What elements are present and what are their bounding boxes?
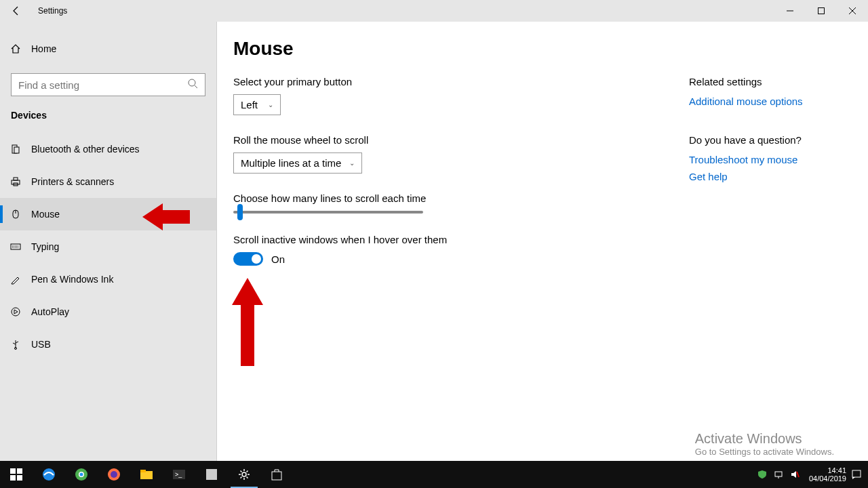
main-content: Mouse Select your primary button Left ⌄ …: [217, 22, 868, 461]
tray-network-icon[interactable]: [772, 468, 785, 481]
activation-watermark: Activate Windows Go to Settings to activ…: [695, 431, 834, 457]
sidebar-item-printers[interactable]: Printers & scanners: [0, 165, 216, 198]
sidebar-item-label: Printers & scanners: [31, 176, 114, 187]
taskbar-store[interactable]: [260, 461, 293, 488]
sidebar-item-usb[interactable]: USB: [0, 328, 216, 361]
taskbar-settings[interactable]: [228, 461, 260, 488]
chevron-down-icon: ⌄: [268, 101, 273, 108]
lines-label: Choose how many lines to scroll each tim…: [233, 192, 447, 204]
taskbar-terminal[interactable]: >_: [163, 461, 195, 488]
sidebar-item-typing[interactable]: Typing: [0, 230, 216, 263]
tray-date: 04/04/2019: [809, 474, 846, 483]
dropdown-value: Left: [241, 99, 258, 110]
search-input[interactable]: [18, 79, 187, 91]
sidebar-item-label: Typing: [31, 241, 59, 252]
mouse-icon: [9, 208, 22, 220]
sidebar-item-label: AutoPlay: [31, 306, 69, 317]
annotation-arrow-left: [142, 200, 190, 234]
sidebar-home[interactable]: Home: [0, 33, 216, 65]
sidebar-item-pen[interactable]: Pen & Windows Ink: [0, 263, 216, 296]
svg-text:>_: >_: [175, 471, 182, 478]
svg-rect-41: [852, 470, 861, 477]
svg-point-16: [12, 308, 20, 316]
question-heading: Do you have a question?: [689, 134, 835, 146]
pen-icon: [9, 273, 22, 285]
svg-rect-7: [14, 147, 19, 153]
page-title: Mouse: [233, 38, 852, 60]
primary-button-dropdown[interactable]: Left ⌄: [233, 94, 281, 115]
home-icon: [9, 43, 22, 55]
start-button[interactable]: [0, 461, 33, 488]
sidebar-category: Devices: [0, 110, 216, 121]
slider-thumb[interactable]: [237, 204, 243, 220]
taskbar-explorer[interactable]: [130, 461, 163, 488]
svg-line-5: [195, 85, 197, 88]
tray-clock[interactable]: 14:41 04/04/2019: [809, 466, 846, 483]
related-heading: Related settings: [689, 76, 835, 87]
svg-rect-32: [140, 470, 146, 472]
toggle-state: On: [271, 253, 285, 265]
svg-line-40: [797, 472, 799, 477]
svg-point-28: [80, 473, 83, 476]
taskbar-firefox[interactable]: [98, 461, 130, 488]
sidebar-item-label: Mouse: [31, 209, 60, 220]
svg-point-30: [111, 471, 117, 478]
scroll-lines-slider[interactable]: [233, 211, 423, 214]
chevron-down-icon: ⌄: [349, 159, 355, 167]
taskbar-chrome[interactable]: [65, 461, 98, 488]
minimize-button[interactable]: [774, 0, 806, 22]
taskbar-edge[interactable]: [33, 461, 65, 488]
watermark-title: Activate Windows: [695, 431, 834, 447]
sidebar-item-label: USB: [31, 339, 51, 350]
troubleshoot-link[interactable]: Troubleshoot my mouse: [689, 154, 835, 165]
sidebar-item-label: Pen & Windows Ink: [31, 274, 113, 285]
svg-point-36: [242, 472, 246, 476]
svg-marker-19: [142, 203, 190, 230]
sidebar-item-bluetooth[interactable]: Bluetooth & other devices: [0, 133, 216, 165]
back-button[interactable]: [0, 0, 33, 22]
sidebar-home-label: Home: [31, 43, 56, 54]
system-tray: 14:41 04/04/2019: [756, 466, 868, 483]
svg-rect-13: [11, 244, 20, 249]
watermark-subtitle: Go to Settings to activate Windows.: [695, 447, 834, 457]
svg-rect-22: [17, 468, 22, 474]
svg-rect-23: [10, 475, 16, 481]
dropdown-value: Multiple lines at a time: [241, 157, 341, 169]
taskbar-app[interactable]: [195, 461, 228, 488]
svg-rect-35: [206, 469, 217, 480]
tray-security-icon[interactable]: [756, 468, 768, 481]
titlebar: Settings: [0, 0, 868, 22]
tray-time: 14:41: [809, 466, 846, 474]
tray-notifications-icon[interactable]: [850, 468, 863, 481]
search-icon: [187, 78, 198, 92]
svg-rect-9: [14, 178, 18, 180]
svg-rect-21: [10, 468, 16, 474]
svg-point-4: [189, 79, 195, 86]
printer-icon: [9, 176, 22, 188]
sidebar-item-label: Bluetooth & other devices: [31, 144, 140, 155]
svg-rect-38: [775, 472, 782, 476]
svg-rect-37: [272, 472, 281, 480]
close-button[interactable]: [837, 0, 868, 22]
annotation-arrow-up: [231, 278, 264, 366]
svg-marker-20: [232, 278, 263, 366]
sidebar-item-autoplay[interactable]: AutoPlay: [0, 296, 216, 328]
inactive-windows-toggle[interactable]: [233, 252, 263, 266]
keyboard-icon: [9, 241, 22, 253]
inactive-windows-label: Scroll inactive windows when I hover ove…: [233, 234, 447, 245]
additional-mouse-options-link[interactable]: Additional mouse options: [689, 96, 835, 107]
primary-button-label: Select your primary button: [233, 76, 447, 87]
devices-icon: [9, 143, 22, 155]
svg-rect-24: [17, 475, 22, 481]
get-help-link[interactable]: Get help: [689, 171, 835, 182]
sidebar: Home Devices Bluetooth & other devices P…: [0, 22, 217, 461]
maximize-button[interactable]: [806, 0, 837, 22]
taskbar: >_ 14:41 04/04/2019: [0, 461, 868, 488]
tray-volume-icon[interactable]: [789, 468, 801, 481]
toggle-knob: [252, 254, 261, 264]
svg-rect-1: [818, 8, 825, 14]
scroll-wheel-dropdown[interactable]: Multiple lines at a time ⌄: [233, 152, 362, 174]
svg-rect-8: [12, 180, 20, 184]
scroll-wheel-label: Roll the mouse wheel to scroll: [233, 134, 447, 146]
search-box[interactable]: [11, 73, 205, 96]
